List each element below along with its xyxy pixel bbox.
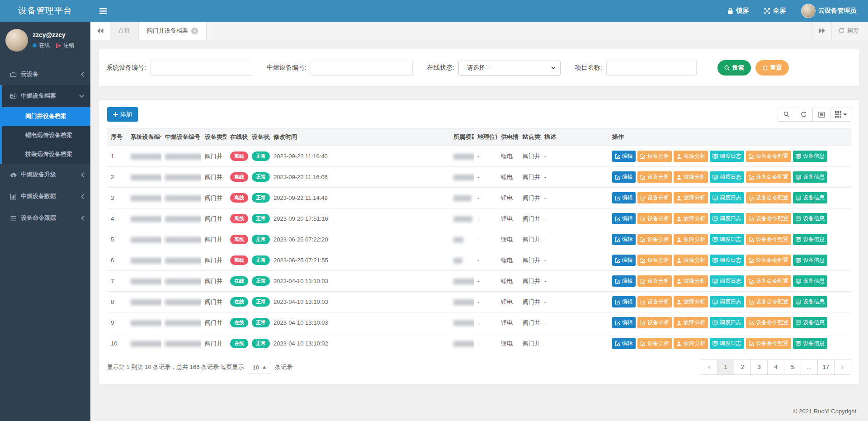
detail-view-button[interactable] — [813, 108, 830, 122]
row-action-log[interactable]: 设备信息 — [793, 213, 827, 224]
sidebar-item-valve-well-archive[interactable]: 阀门井设备档案 — [2, 107, 90, 126]
row-action-user[interactable]: 故障分析 — [674, 234, 708, 245]
row-action-edit[interactable]: 编辑 — [612, 275, 636, 287]
row-action-edit[interactable]: 编辑 — [612, 317, 636, 328]
row-action-edit[interactable]: 设备命令配置 — [746, 275, 791, 287]
tabs-scroll-right-button[interactable] — [811, 22, 831, 40]
row-action-edit[interactable]: 设备分析 — [637, 192, 672, 203]
add-button[interactable]: 添加 — [107, 107, 138, 122]
row-action-edit[interactable]: 编辑 — [612, 234, 636, 245]
row-action-log[interactable]: 设备信息 — [793, 296, 827, 307]
row-action-log[interactable]: 调度日志 — [710, 171, 744, 183]
sidebar-item-zr-archive[interactable]: 中燃设备档案 — [2, 85, 90, 107]
row-action-user[interactable]: 故障分析 — [674, 338, 708, 349]
row-action-edit[interactable]: 设备分析 — [637, 151, 672, 162]
project-name-input[interactable] — [606, 61, 697, 76]
row-action-user[interactable]: 故障分析 — [674, 255, 708, 266]
row-action-edit[interactable]: 编辑 — [612, 171, 636, 183]
row-action-edit[interactable]: 设备命令配置 — [746, 338, 791, 349]
tab-refresh-button[interactable]: 刷新 — [831, 22, 868, 40]
row-action-log[interactable]: 设备信息 — [793, 192, 827, 203]
sidebar-item-data[interactable]: 中燃设备数据 — [0, 185, 90, 207]
row-action-user[interactable]: 故障分析 — [674, 171, 708, 183]
reset-button[interactable]: 重置 — [755, 60, 789, 76]
row-action-log[interactable]: 调度日志 — [710, 192, 744, 203]
row-action-log[interactable]: 设备信息 — [793, 275, 827, 287]
profile-avatar[interactable] — [5, 29, 28, 52]
row-action-edit[interactable]: 设备分析 — [637, 213, 672, 224]
row-action-edit[interactable]: 设备分析 — [637, 255, 672, 266]
row-action-edit[interactable]: 设备分析 — [637, 296, 672, 307]
row-action-user[interactable]: 故障分析 — [674, 317, 708, 328]
row-action-log[interactable]: 调度日志 — [710, 317, 744, 328]
page-next[interactable]: › — [835, 360, 851, 375]
user-menu[interactable]: 云设备管理员 — [801, 4, 856, 18]
row-action-edit[interactable]: 设备命令配置 — [746, 151, 791, 162]
page-5[interactable]: 5 — [784, 360, 801, 375]
sidebar-item-lithium-archive[interactable]: 锂电远传设备档案 — [2, 126, 90, 145]
row-action-edit[interactable]: 设备分析 — [637, 171, 672, 183]
row-action-user[interactable]: 故障分析 — [674, 213, 708, 224]
tab-close-icon[interactable] — [191, 28, 198, 34]
sidebar-item-cloud-device[interactable]: 云设备 — [0, 63, 90, 85]
row-action-edit[interactable]: 设备分析 — [637, 317, 672, 328]
page-2[interactable]: 2 — [734, 360, 751, 375]
row-action-log[interactable]: 调度日志 — [710, 255, 744, 266]
online-status-select[interactable]: --请选择-- — [458, 61, 561, 76]
row-action-edit[interactable]: 设备命令配置 — [746, 296, 791, 307]
page-3[interactable]: 3 — [751, 360, 768, 375]
row-action-edit[interactable]: 编辑 — [612, 338, 636, 349]
logout-link[interactable]: 注销 — [56, 42, 74, 49]
sidebar-item-command-track[interactable]: 设备命令跟踪 — [0, 207, 90, 229]
row-action-log[interactable]: 设备信息 — [793, 255, 827, 266]
row-action-log[interactable]: 调度日志 — [710, 213, 744, 224]
row-action-user[interactable]: 故障分析 — [674, 192, 708, 203]
sidebar-item-assembled-archive[interactable]: 拼装远传设备档案 — [2, 145, 90, 164]
row-action-edit[interactable]: 编辑 — [612, 213, 636, 224]
row-action-edit[interactable]: 设备命令配置 — [746, 192, 791, 203]
page-4[interactable]: 4 — [768, 360, 784, 375]
row-action-edit[interactable]: 设备命令配置 — [746, 171, 791, 183]
refresh-table-button[interactable] — [795, 108, 813, 122]
sidebar-toggle-button[interactable] — [90, 0, 116, 22]
page-1[interactable]: 1 — [717, 360, 734, 375]
row-action-edit[interactable]: 设备命令配置 — [746, 255, 791, 266]
row-action-user[interactable]: 故障分析 — [674, 275, 708, 287]
row-action-log[interactable]: 设备信息 — [793, 317, 827, 328]
search-button[interactable]: 搜索 — [717, 60, 751, 76]
row-action-edit[interactable]: 编辑 — [612, 255, 636, 266]
tab-home[interactable]: 首页 — [110, 22, 139, 40]
row-action-log[interactable]: 调度日志 — [710, 338, 744, 349]
row-action-log[interactable]: 设备信息 — [793, 151, 827, 162]
row-action-edit[interactable]: 设备命令配置 — [746, 317, 791, 328]
sidebar-item-upgrade[interactable]: 中燃设备升级 — [0, 164, 90, 185]
columns-button[interactable] — [830, 108, 851, 122]
row-action-log[interactable]: 设备信息 — [793, 338, 827, 349]
row-action-edit[interactable]: 设备命令配置 — [746, 213, 791, 224]
row-action-log[interactable]: 设备信息 — [793, 171, 827, 183]
row-action-edit[interactable]: 编辑 — [612, 192, 636, 203]
page-17[interactable]: 17 — [818, 360, 835, 375]
lock-screen-button[interactable]: 锁屏 — [727, 7, 749, 15]
row-action-edit[interactable]: 设备分析 — [637, 234, 672, 245]
row-action-edit[interactable]: 编辑 — [612, 151, 636, 162]
page-prev[interactable]: ‹ — [701, 360, 717, 375]
row-action-user[interactable]: 故障分析 — [674, 296, 708, 307]
row-action-log[interactable]: 设备信息 — [793, 234, 827, 245]
row-action-edit[interactable]: 设备分析 — [637, 275, 672, 287]
row-action-edit[interactable]: 设备分析 — [637, 338, 672, 349]
row-action-log[interactable]: 调度日志 — [710, 296, 744, 307]
system-device-no-input[interactable] — [150, 61, 252, 76]
row-action-edit[interactable]: 编辑 — [612, 296, 636, 307]
row-action-edit[interactable]: 设备命令配置 — [746, 234, 791, 245]
tab-valve-well-archive[interactable]: 阀门井设备档案 — [139, 22, 207, 40]
row-action-log[interactable]: 调度日志 — [710, 151, 744, 162]
fullscreen-button[interactable]: 全屏 — [764, 7, 786, 15]
toggle-search-button[interactable] — [778, 108, 795, 122]
row-action-log[interactable]: 调度日志 — [710, 234, 744, 245]
row-action-log[interactable]: 调度日志 — [710, 275, 744, 287]
page-size-select[interactable]: 10 — [248, 361, 271, 374]
row-action-user[interactable]: 故障分析 — [674, 151, 708, 162]
tabs-scroll-left-button[interactable] — [90, 22, 110, 40]
zr-device-no-input[interactable] — [311, 61, 413, 76]
